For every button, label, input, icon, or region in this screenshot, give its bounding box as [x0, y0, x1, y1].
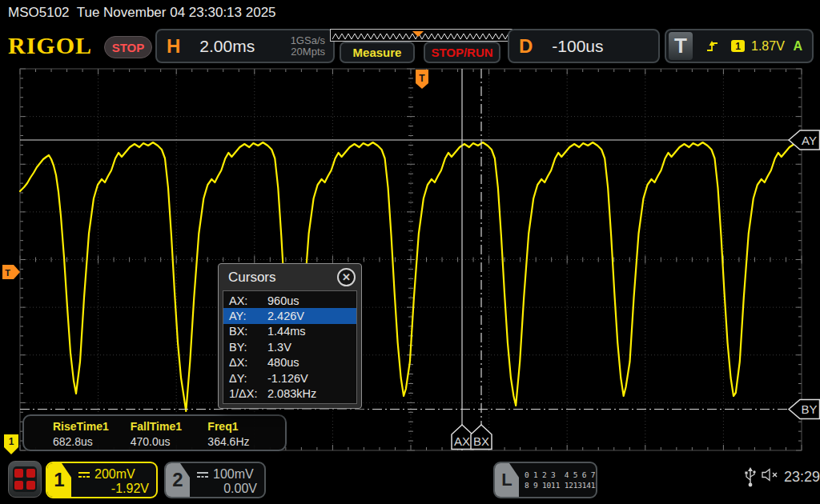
logic-channels-pill[interactable]: L 0 1 2 3 4 5 6 7 8 9 1011 12131415	[493, 462, 597, 498]
svg-text:T: T	[419, 73, 425, 84]
usb-icon	[744, 466, 757, 489]
measurement-falltime[interactable]: FallTime1 470.0us	[131, 416, 208, 450]
cursor-row-inv-dx[interactable]: 1/ΔX: 2.083kHz	[223, 386, 356, 401]
cursors-value-list: AX: 960us AY: 2.426V BX: 1.44ms BY: 1.3V…	[223, 290, 357, 404]
close-icon[interactable]: ✕	[337, 268, 356, 286]
clock: 23:29	[784, 469, 820, 486]
svg-text:1: 1	[9, 436, 14, 447]
channel-2-scale: 100mV	[213, 467, 254, 482]
measurement-risetime[interactable]: RiseTime1 682.8us	[53, 416, 131, 450]
measurement-freq[interactable]: Freq1 364.6Hz	[207, 416, 285, 450]
channel-1-scale: 200mV	[94, 467, 135, 482]
oscilloscope-screen: MSO5102 Tue November 04 23:30:13 2025 RI…	[0, 0, 820, 504]
cursor-row-ax[interactable]: AX: 960us	[223, 293, 356, 308]
svg-text:AX: AX	[454, 434, 470, 448]
logic-channels-row1: 0 1 2 3 4 5 6 7	[525, 470, 597, 480]
svg-text:BX: BX	[473, 434, 489, 448]
cursor-row-ay[interactable]: AY: 2.426V	[223, 308, 356, 323]
logic-label: L	[495, 463, 519, 497]
channel-2-number: 2	[166, 463, 190, 497]
channel-2-pill[interactable]: 2 100mV 0.00V	[164, 462, 266, 498]
svg-text:T: T	[5, 268, 10, 278]
cursors-dialog: Cursors ✕ AX: 960us AY: 2.426V BX: 1.44m…	[218, 263, 362, 409]
cursor-row-by[interactable]: BY: 1.3V	[223, 339, 356, 354]
cursor-row-bx[interactable]: BX: 1.44ms	[223, 324, 356, 339]
svg-text:BY: BY	[801, 402, 817, 416]
measurement-results-panel[interactable]: RiseTime1 682.8us FallTime1 470.0us Freq…	[22, 414, 287, 451]
logic-channels-row2: 8 9 1011 12131415	[525, 480, 597, 490]
cursor-row-dx[interactable]: ΔX: 480us	[223, 355, 356, 370]
svg-text:AY: AY	[802, 134, 817, 147]
cursor-row-dy[interactable]: ΔY: -1.126V	[223, 370, 356, 386]
speaker-muted-icon[interactable]	[761, 468, 782, 482]
channel-1-pill[interactable]: 1 200mV -1.92V	[46, 462, 158, 498]
all-measure-icon[interactable]	[8, 461, 42, 498]
dc-coupling-icon	[78, 470, 90, 479]
channel-1-number: 1	[47, 463, 71, 497]
channel-2-offset: 0.00V	[196, 482, 257, 496]
dc-coupling-icon	[196, 470, 209, 479]
channel-1-offset: -1.92V	[78, 482, 149, 496]
